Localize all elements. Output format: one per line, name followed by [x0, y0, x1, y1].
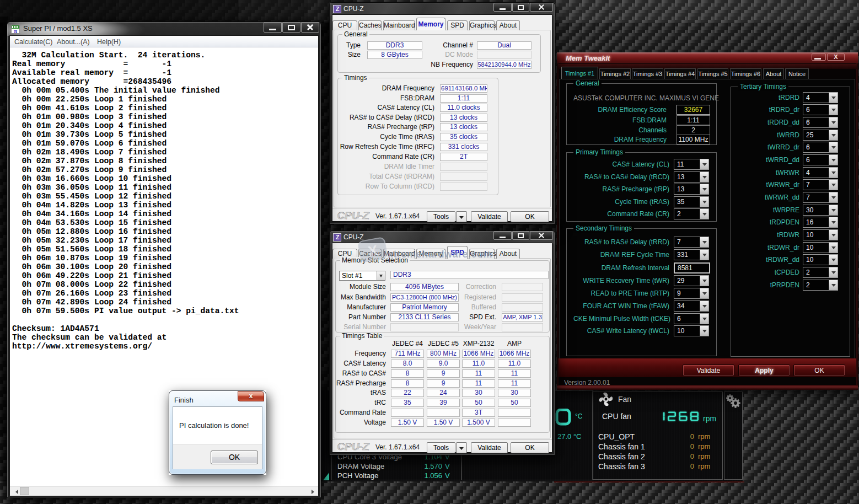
- svg-text:π: π: [14, 28, 17, 34]
